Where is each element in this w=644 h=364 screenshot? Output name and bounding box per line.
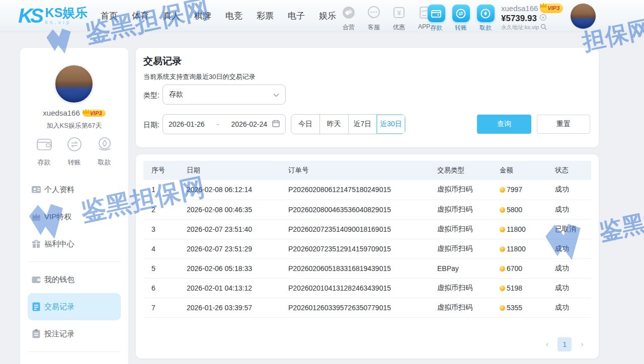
nav-home[interactable]: 首页 [101, 10, 118, 22]
transfer-icon [452, 5, 470, 22]
transactions-table: 序号 日期 订单号 交易类型 金额 状态 12026-02-08 06:12:1… [143, 161, 591, 318]
date-label: 日期: [143, 121, 159, 130]
sidebar-transfer-button[interactable]: 转账 [65, 135, 84, 167]
type-label: 类型: [143, 91, 159, 100]
type-select[interactable]: 存款 [163, 84, 286, 105]
sidebar-item-partial[interactable] [20, 356, 128, 364]
deposit-outline-icon [35, 135, 54, 156]
vip-badge: VIP3 [540, 4, 563, 13]
user-avatar[interactable] [571, 4, 596, 29]
crown-icon [31, 212, 41, 222]
customer-service-link[interactable]: 客服 [364, 6, 383, 32]
table-row: 12026-02-08 06:12:14P2026020806121475180… [143, 180, 591, 200]
sidebar-item-profile[interactable]: 个人资料 [20, 176, 128, 203]
col-status: 状态 [547, 161, 591, 180]
nav-entertainment[interactable]: 娱乐 [319, 10, 336, 22]
chat-icon [367, 6, 381, 22]
sidebar-item-wallet[interactable]: 我的钱包 [20, 266, 128, 293]
nav-sports[interactable]: 体育 [132, 10, 149, 22]
nav-chess[interactable]: 棋牌 [194, 10, 211, 22]
chevron-down-icon [273, 90, 279, 99]
promotions-link[interactable]: ¥ 优惠 [389, 6, 409, 32]
col-seq: 序号 [143, 161, 179, 180]
quick-30days-button[interactable]: 近30日 [376, 115, 405, 134]
page-number[interactable]: 1 [557, 337, 572, 351]
next-page-button[interactable]: › [581, 337, 584, 351]
sidebar-item-betting[interactable]: 投注记录 [20, 320, 128, 347]
date-to: 2026-02-24 [231, 120, 267, 128]
search-button[interactable]: 查询 [477, 115, 531, 134]
secondary-links: 合营 客服 ¥ 优惠 APP APP [339, 6, 434, 32]
table-row: 52026-02-06 05:18:33P2026020605183316819… [143, 258, 591, 278]
sidebar-quick-actions: 存款 转账 取款 [20, 135, 128, 167]
pagination: ‹ 1 › [546, 337, 584, 351]
coin-icon [500, 227, 505, 232]
col-order: 订单号 [280, 161, 429, 180]
search-icon[interactable] [540, 23, 547, 32]
quick-date-group: 今日 昨天 近7日 近30日 [291, 114, 406, 134]
prev-page-button[interactable]: ‹ [546, 337, 549, 351]
calendar-icon [272, 120, 280, 129]
balance: ¥5739.93 [501, 14, 537, 23]
transfer-button[interactable]: 转账 [452, 5, 470, 32]
sidebar-item-welfare[interactable]: 福利中心 [20, 230, 128, 257]
nav-esports[interactable]: 电竞 [225, 10, 243, 22]
profile-icon [31, 185, 41, 195]
table-row: 62026-02-01 04:13:12P2026020104131282463… [143, 278, 591, 298]
filter-panel: 交易记录 当前系统支持查询最近30日的交易记录 类型: 存款 日期: 2026-… [136, 48, 599, 147]
coin-icon [500, 207, 505, 213]
records-panel: 序号 日期 订单号 交易类型 金额 状态 12026-02-08 06:12:1… [136, 154, 599, 358]
date-range-input[interactable]: 2026-01-26 - 2026-02-24 [163, 114, 286, 134]
withdraw-icon [477, 5, 495, 22]
sidebar-username: xuedsa166 [43, 109, 79, 117]
quick-today-button[interactable]: 今日 [291, 115, 319, 134]
permanent-address: 永久地址:ks.vip [501, 23, 539, 32]
logo-name: KS娱乐 [45, 6, 88, 19]
betting-record-icon [31, 329, 41, 339]
username: xuedsa166 [501, 4, 538, 13]
withdraw-button[interactable]: 取款 [476, 5, 495, 32]
col-date: 日期 [179, 161, 280, 180]
refresh-balance-icon[interactable] [539, 14, 547, 23]
nav-lottery[interactable]: 彩票 [257, 10, 274, 22]
nav-live[interactable]: 真人 [163, 10, 180, 22]
sidebar-withdraw-button[interactable]: 取款 [95, 135, 114, 167]
sidebar-vip-badge: VIP3 [83, 110, 106, 117]
table-row: 32026-02-07 23:51:40P2026020723514090018… [143, 219, 591, 239]
table-row: 72026-01-26 03:39:57P2026012603395726350… [143, 298, 591, 317]
transactions-icon [31, 302, 41, 312]
table-header-row: 序号 日期 订单号 交易类型 金额 状态 [143, 161, 591, 180]
sidebar-menu: 个人资料 VIP特权 福利中心 我的钱包 交易记录 投注记录 [20, 176, 128, 364]
sidebar-item-transactions[interactable]: 交易记录 [28, 293, 121, 320]
profile-sidebar: xuedsa166 VIP3 加入KS娱乐第67天 存款 转账 取款 [20, 48, 128, 364]
quick-7days-button[interactable]: 近7日 [348, 115, 377, 134]
gift-icon [31, 239, 41, 249]
wallet-quick-actions: 存款 转账 取款 [427, 5, 495, 32]
coin-icon [500, 246, 505, 252]
svg-text:¥: ¥ [397, 9, 401, 17]
coin-icon [500, 305, 505, 311]
date-from: 2026-01-26 [169, 120, 205, 128]
page-subtitle: 当前系统支持查询最近30日的交易记录 [143, 72, 255, 81]
promo-ticket-icon: ¥ [392, 6, 406, 22]
divider [28, 351, 120, 352]
deposit-button[interactable]: 存款 [427, 5, 445, 32]
quick-yesterday-button[interactable]: 昨天 [319, 115, 348, 134]
page-title: 交易记录 [143, 55, 182, 68]
sidebar-avatar[interactable] [54, 64, 94, 104]
table-row: 22026-02-08 00:46:35P2026020800463536040… [143, 200, 591, 219]
site-logo[interactable]: KS KS娱乐 ks.vip [18, 4, 88, 27]
coin-icon [500, 266, 505, 271]
sidebar-item-vip[interactable]: VIP特权 [20, 203, 128, 230]
nav-slots[interactable]: 电子 [288, 10, 305, 22]
partner-link[interactable]: 合营 [339, 6, 358, 32]
crown-icon [539, 2, 547, 9]
divider [28, 261, 120, 262]
main-nav: 首页 体育 真人 棋牌 电竞 彩票 电子 娱乐 [101, 0, 336, 32]
sidebar-deposit-button[interactable]: 存款 [35, 135, 54, 167]
reset-button[interactable]: 重置 [537, 115, 590, 134]
handshake-icon [342, 6, 356, 22]
wallet-icon [31, 275, 41, 285]
deposit-icon [428, 5, 445, 22]
withdraw-outline-icon [95, 135, 114, 156]
